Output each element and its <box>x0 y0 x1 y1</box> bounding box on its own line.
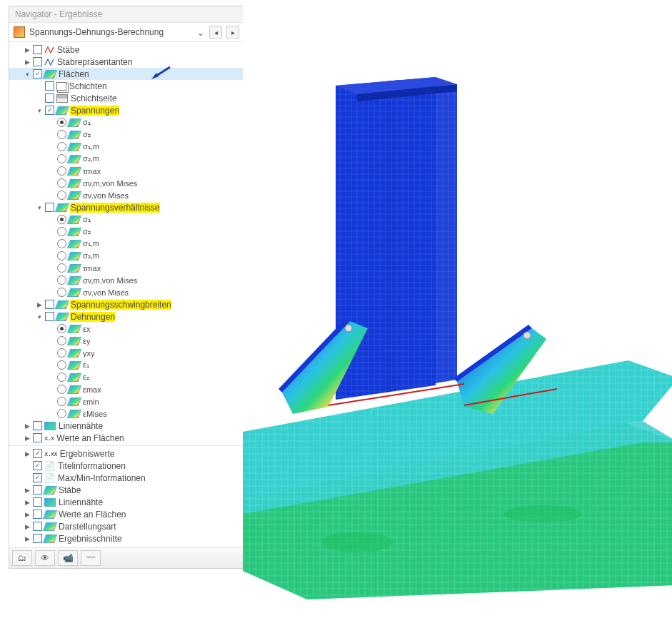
tree-item-ratio-sigma2m[interactable]: σ₂,m <box>9 250 244 262</box>
tree-item-maxmin[interactable]: 📄 Max/Min-Informationen <box>9 472 244 484</box>
tree-item-staebe[interactable]: ▶ Stäbe <box>9 44 244 56</box>
radio[interactable] <box>57 324 66 333</box>
camera-button[interactable]: 📹 <box>58 550 78 566</box>
expand-icon[interactable]: ▶ <box>24 435 31 442</box>
radio[interactable] <box>57 360 66 370</box>
result-type-dropdown[interactable]: Spannungs-Dehnungs-Berechnung ⌄ ◂ ▸ <box>9 23 244 42</box>
checkbox[interactable] <box>33 522 42 531</box>
checkbox[interactable] <box>45 203 54 212</box>
expand-icon[interactable]: ▶ <box>24 450 31 457</box>
radio[interactable] <box>57 251 66 260</box>
tree-item-titelinfo[interactable]: 📄 Titelinformationen <box>9 460 244 472</box>
radio[interactable] <box>57 385 66 394</box>
checkbox[interactable] <box>33 57 42 66</box>
radio[interactable] <box>57 215 66 224</box>
tree-item-sigmavm[interactable]: σv,von Mises <box>9 189 244 201</box>
checkbox[interactable] <box>33 421 42 430</box>
tree-item-spannungsverhaeltnisse[interactable]: ▾ Spannungsverhältnisse <box>9 201 244 213</box>
radio[interactable] <box>57 275 66 285</box>
tree-item-ratio-sigma1m[interactable]: σ₁,m <box>9 238 244 250</box>
tree-item-ratio-sigma2[interactable]: σ₂ <box>9 226 244 238</box>
tree-item-sigmavmm[interactable]: σv,m,von Mises <box>9 177 244 189</box>
tree-item-stabrep[interactable]: ▶ Stabrepräsentanten <box>9 56 244 68</box>
checkbox[interactable] <box>33 461 42 470</box>
tree-item-schichtseite[interactable]: Schichtseite <box>9 92 244 104</box>
radio[interactable] <box>57 166 66 176</box>
collapse-icon[interactable]: ▾ <box>36 313 43 320</box>
model-viewport[interactable] <box>243 0 672 618</box>
tree-item-schwingbreiten[interactable]: ▶ Spannungsschwingbreiten <box>9 298 244 310</box>
tree-item-liniennaehte[interactable]: ▶ Liniennähte <box>9 420 244 432</box>
expand-icon[interactable]: ▶ <box>36 301 43 308</box>
tree-item-emises[interactable]: εMises <box>9 407 244 420</box>
tree-item-flaechen[interactable]: ▾ Flächen <box>9 68 244 80</box>
tree-item-ratio-sigmavm[interactable]: σv,von Mises <box>9 286 244 298</box>
tree-item-emin[interactable]: εmin <box>9 395 244 407</box>
animate-button[interactable]: 〰 <box>81 550 101 566</box>
tree-item-schichten[interactable]: Schichten <box>9 80 244 92</box>
tree-item-spannungen[interactable]: ▾ Spannungen <box>9 104 244 116</box>
tree-item-ergebniswerte[interactable]: ▶ x.xx Ergebniswerte <box>9 447 244 460</box>
radio[interactable] <box>57 142 66 151</box>
tree-item-ratio-taumax[interactable]: τmax <box>9 262 244 274</box>
tree-item-taumax[interactable]: τmax <box>9 165 244 177</box>
tree-item-sigma2[interactable]: σ₂ <box>9 128 244 141</box>
checkbox[interactable] <box>33 45 42 54</box>
expand-icon[interactable]: ▶ <box>24 487 31 494</box>
checkbox[interactable] <box>33 510 42 519</box>
radio[interactable] <box>57 409 66 418</box>
tree-item-dehnungen[interactable]: ▾ Dehnungen <box>9 310 244 323</box>
checkbox[interactable] <box>33 485 42 495</box>
radio[interactable] <box>57 227 66 236</box>
checkbox[interactable] <box>45 93 54 103</box>
expand-icon[interactable]: ▶ <box>24 499 31 506</box>
checkbox[interactable] <box>33 433 42 442</box>
checkbox[interactable] <box>33 473 42 482</box>
tree-item-ex[interactable]: εx <box>9 323 244 335</box>
tree-item-sigma2m[interactable]: σ₂,m <box>9 153 244 165</box>
radio[interactable] <box>57 397 66 406</box>
checkbox[interactable] <box>33 69 42 78</box>
tree-item-sigma1m[interactable]: σ₁,m <box>9 141 244 153</box>
views-button[interactable]: 🗂 <box>12 550 32 566</box>
expand-icon[interactable]: ▶ <box>24 46 31 54</box>
tree-item-ey[interactable]: εy <box>9 335 244 347</box>
radio[interactable] <box>57 191 66 200</box>
tree-item-ergebnisschnitte[interactable]: ▶ Ergebnisschnitte <box>9 532 244 544</box>
radio[interactable] <box>57 130 66 139</box>
radio[interactable] <box>57 154 66 163</box>
checkbox[interactable] <box>33 497 42 507</box>
expand-icon[interactable]: ▶ <box>24 511 31 518</box>
next-button[interactable]: ▸ <box>226 26 239 39</box>
radio[interactable] <box>57 373 66 382</box>
radio[interactable] <box>57 336 66 345</box>
expand-icon[interactable]: ▶ <box>24 535 31 542</box>
checkbox[interactable] <box>45 312 54 321</box>
tree-item-e2[interactable]: ε₂ <box>9 371 244 383</box>
tree-item-staebe2[interactable]: ▶ Stäbe <box>9 484 244 496</box>
expand-icon[interactable]: ▶ <box>24 59 31 66</box>
tree-item-darstellungsart[interactable]: ▶ Darstellungsart <box>9 520 244 532</box>
tree-item-e1[interactable]: ε₁ <box>9 359 244 371</box>
tree-item-werte-flaechen2[interactable]: ▶ Werte an Flächen <box>9 508 244 520</box>
radio[interactable] <box>57 263 66 273</box>
tree-item-werte-flaechen[interactable]: ▶ x.x Werte an Flächen <box>9 432 244 444</box>
collapse-icon[interactable]: ▾ <box>36 107 43 114</box>
prev-button[interactable]: ◂ <box>209 26 222 39</box>
checkbox[interactable] <box>45 81 54 91</box>
expand-icon[interactable]: ▶ <box>24 422 31 430</box>
tree-item-ratio-sigma1[interactable]: σ₁ <box>9 213 244 226</box>
checkbox[interactable] <box>33 534 42 543</box>
checkbox[interactable] <box>45 106 54 115</box>
tree-item-gxy[interactable]: γxy <box>9 347 244 359</box>
checkbox[interactable] <box>45 300 54 309</box>
radio[interactable] <box>57 178 66 188</box>
checkbox[interactable] <box>33 449 42 458</box>
tree-item-ratio-sigmavmm[interactable]: σv,m,von Mises <box>9 274 244 286</box>
tree-item-liniennaehte2[interactable]: ▶ Liniennähte <box>9 496 244 508</box>
radio[interactable] <box>57 239 66 248</box>
collapse-icon[interactable]: ▾ <box>36 204 43 211</box>
tree-item-sigma1[interactable]: σ₁ <box>9 116 244 128</box>
visibility-button[interactable]: 👁 <box>35 550 55 566</box>
expand-icon[interactable]: ▶ <box>24 523 31 530</box>
